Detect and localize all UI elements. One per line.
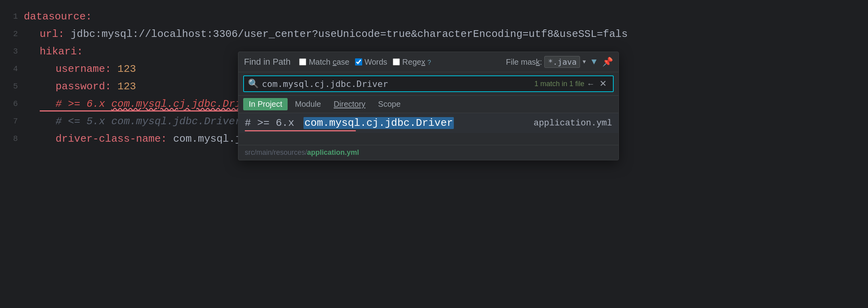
words-label: Words: [365, 58, 387, 67]
words-checkbox[interactable]: [355, 58, 362, 65]
tab-scope[interactable]: Scope: [373, 98, 406, 110]
result-filename: application.yml: [534, 118, 612, 128]
regex-label: Regex ?: [402, 58, 431, 67]
file-mask-input[interactable]: [544, 56, 580, 68]
regex-checkbox[interactable]: [393, 58, 400, 65]
find-toolbar: Find in Path Match case Words Regex ? Fi…: [238, 52, 618, 72]
result-row[interactable]: # >= 6.x com.mysql.cj.jdbc.Driver applic…: [238, 113, 618, 133]
filter-icon[interactable]: ▼: [591, 57, 597, 67]
tab-module[interactable]: Module: [289, 98, 326, 110]
find-panel-title: Find in Path: [244, 57, 290, 67]
match-count: 1 match in 1 file: [534, 80, 584, 88]
tab-in-project[interactable]: In Project: [243, 98, 288, 110]
scope-tabs: In Project Module Directory Scope: [238, 96, 618, 113]
code-line-1: 1 datasource:: [0, 8, 868, 25]
result-underline-bar: [245, 130, 356, 131]
find-in-path-panel: Find in Path Match case Words Regex ? Fi…: [238, 52, 619, 160]
result-prefix: # >= 6.x: [245, 117, 300, 129]
search-input[interactable]: [262, 79, 530, 89]
nav-prev-button[interactable]: ←: [584, 79, 597, 89]
match-case-option[interactable]: Match case: [299, 58, 349, 67]
close-button[interactable]: ✕: [597, 78, 609, 90]
search-row: 🔍 1 match in 1 file ← ✕: [238, 72, 618, 96]
footer-filename: application.yml: [307, 148, 359, 156]
code-line-2: 2 url: jdbc:mysql://localhost:3306/user_…: [0, 25, 868, 43]
file-mask-container: File mask: ▼: [506, 56, 586, 68]
results-area: # >= 6.x com.mysql.cj.jdbc.Driver applic…: [238, 113, 618, 145]
search-icon: 🔍: [248, 79, 259, 89]
tab-directory[interactable]: Directory: [328, 98, 371, 110]
pin-icon[interactable]: 📌: [602, 57, 613, 67]
file-mask-dropdown-icon[interactable]: ▼: [582, 59, 586, 65]
find-footer: src/main/resources/application.yml: [238, 145, 618, 160]
match-case-checkbox[interactable]: [299, 58, 306, 65]
file-mask-label: File mask:: [506, 58, 542, 67]
result-match: com.mysql.cj.jdbc.Driver: [303, 117, 453, 129]
words-option[interactable]: Words: [355, 58, 387, 67]
regex-option[interactable]: Regex ?: [393, 58, 431, 67]
footer-path: src/main/resources/: [245, 148, 307, 156]
error-underline: [40, 110, 270, 112]
match-case-label: Match case: [309, 58, 349, 67]
search-input-wrapper: 🔍 1 match in 1 file ← ✕: [243, 75, 614, 92]
code-keyword: datasource:: [24, 8, 92, 25]
